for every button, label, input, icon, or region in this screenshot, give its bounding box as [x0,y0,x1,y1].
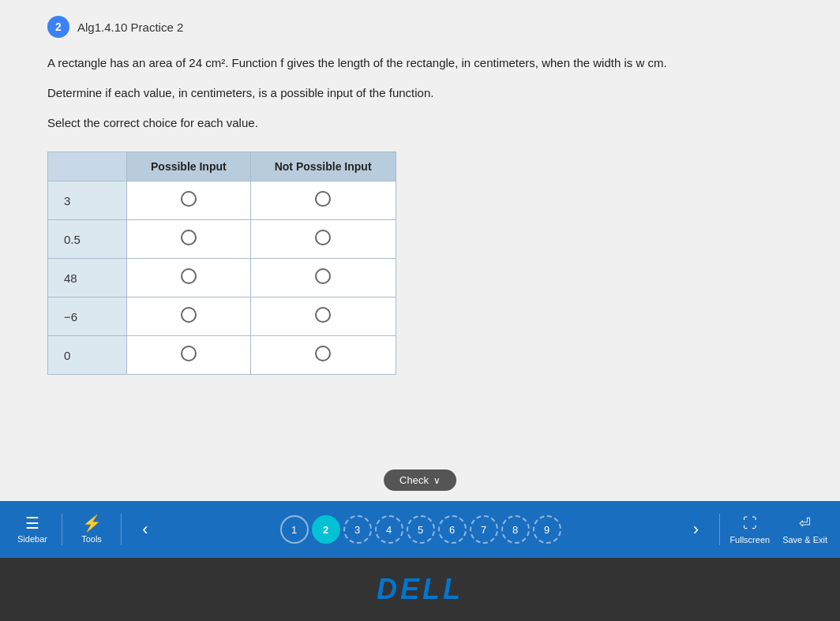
row-not-possible-1[interactable] [250,220,396,259]
radio-not-possible-2[interactable] [315,268,331,284]
row-label-3: −6 [48,297,127,336]
page-btn-3[interactable]: 3 [343,515,372,544]
sidebar-button[interactable]: ☰ Sidebar [13,515,52,544]
radio-not-possible-3[interactable] [315,307,331,323]
table-header-not-possible: Not Possible Input [250,152,396,181]
prev-page-button[interactable]: ‹ [131,515,159,544]
row-possible-3[interactable] [127,297,251,336]
right-toolbar: ⛶ Fullscreen ⏎ Save & Exit [729,514,827,544]
page-btn-1[interactable]: 1 [280,515,309,544]
save-exit-label: Save & Exit [782,535,827,544]
radio-possible-4[interactable] [181,346,197,361]
tools-button[interactable]: ⚡ Tools [72,515,111,544]
page-btn-5[interactable]: 5 [407,515,435,544]
page-btn-7[interactable]: 7 [470,515,498,544]
problem-title: Alg1.4.10 Practice 2 [77,21,183,34]
chevron-down-icon: ∨ [433,475,441,486]
page-btn-6[interactable]: 6 [438,515,467,544]
row-not-possible-2[interactable] [250,259,396,297]
save-exit-button[interactable]: ⏎ Save & Exit [782,514,827,544]
tools-label: Tools [81,534,102,544]
problem-header: 2 Alg1.4.10 Practice 2 [47,16,793,38]
sidebar-label: Sidebar [17,534,47,544]
row-not-possible-0[interactable] [250,181,396,220]
table-header-possible: Possible Input [127,152,251,181]
table-row: 0 [48,336,396,375]
radio-not-possible-1[interactable] [315,230,331,245]
check-dropdown[interactable]: Check ∨ [384,469,456,491]
fullscreen-button[interactable]: ⛶ Fullscreen [729,515,770,544]
sidebar-icon: ☰ [25,515,39,531]
fullscreen-icon: ⛶ [743,515,757,532]
row-label-0: 3 [48,181,127,220]
page-btn-9[interactable]: 9 [533,515,561,544]
row-possible-1[interactable] [127,220,251,259]
dell-logo-bar: DELL [0,558,840,621]
toolbar-divider-1 [62,514,62,545]
row-label-1: 0.5 [48,220,127,259]
toolbar-divider-2 [121,514,122,545]
page-btn-2[interactable]: 2 [312,515,340,544]
row-not-possible-3[interactable] [250,297,396,336]
question-instruction: Select the correct choice for each value… [47,114,793,133]
row-label-4: 0 [48,336,127,375]
fullscreen-label: Fullscreen [729,535,770,544]
save-exit-icon: ⏎ [799,514,811,532]
table-header-value [48,152,127,181]
radio-not-possible-0[interactable] [315,191,331,207]
toolbar-divider-3 [719,514,720,545]
table-row: 0.5 [48,220,396,259]
dell-logo-text: DELL [377,573,463,606]
row-possible-2[interactable] [127,259,251,297]
page-btn-4[interactable]: 4 [375,515,403,544]
radio-possible-3[interactable] [181,307,197,323]
check-label: Check [399,474,429,486]
page-navigation: 123456789 [166,515,675,544]
table-row: −6 [48,297,396,336]
answer-table: Possible Input Not Possible Input 30.548… [47,152,396,375]
bottom-toolbar: Check ∨ ☰ Sidebar ⚡ Tools ‹ 123456789 › … [0,501,840,558]
radio-possible-0[interactable] [181,191,197,207]
row-label-2: 48 [48,259,127,297]
radio-not-possible-4[interactable] [315,346,331,361]
row-not-possible-4[interactable] [250,336,396,375]
radio-possible-2[interactable] [181,268,197,284]
main-content: 2 Alg1.4.10 Practice 2 A rectangle has a… [0,0,840,501]
tools-icon: ⚡ [82,515,102,531]
next-page-button[interactable]: › [681,515,710,544]
question-description2: Determine if each value, in centimeters,… [47,84,793,103]
row-possible-4[interactable] [127,336,251,375]
table-row: 48 [48,259,396,297]
problem-number-badge: 2 [47,16,69,38]
page-btn-8[interactable]: 8 [501,515,530,544]
question-description1: A rectangle has an area of 24 cm². Funct… [47,54,793,73]
row-possible-0[interactable] [127,181,251,220]
table-row: 3 [48,181,396,220]
radio-possible-1[interactable] [181,230,197,245]
